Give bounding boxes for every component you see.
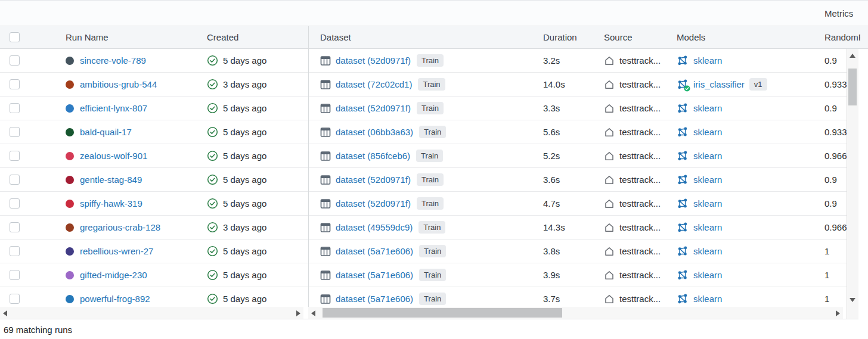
row-checkbox[interactable] (10, 270, 20, 280)
model-link[interactable]: sklearn (693, 103, 722, 113)
vertical-scrollbar-thumb[interactable] (848, 69, 857, 105)
dataset-link[interactable]: dataset (06bb3a63) (336, 127, 413, 137)
model-link[interactable]: sklearn (693, 175, 722, 185)
created-label: 5 days ago (223, 127, 266, 137)
pane-divider (308, 26, 309, 307)
scroll-left-arrow-icon[interactable] (3, 310, 7, 316)
model-link[interactable]: sklearn (693, 222, 722, 232)
table-icon (320, 222, 331, 233)
source-label: testtrack... (619, 79, 661, 89)
scroll-left-arrow-icon[interactable] (311, 310, 315, 316)
run-color-dot (66, 295, 74, 303)
duration-value: 14.3s (543, 216, 565, 239)
home-icon (604, 151, 615, 161)
dataset-link[interactable]: dataset (52d0971f) (336, 103, 411, 113)
model-link[interactable]: sklearn (693, 127, 722, 137)
run-color-dot (66, 104, 74, 113)
run-color-dot (66, 152, 74, 160)
run-name-link[interactable]: zealous-wolf-901 (80, 151, 147, 161)
metric-random-value: 1 (824, 287, 847, 307)
center-pane-horizontal-scrollbar[interactable] (308, 307, 843, 319)
run-name-link[interactable]: bald-quail-17 (80, 127, 132, 137)
run-color-dot (66, 271, 74, 279)
row-checkbox[interactable] (10, 294, 20, 304)
vertical-scrollbar[interactable] (847, 49, 858, 307)
created-label: 5 days ago (223, 294, 266, 304)
column-header-run-name[interactable]: Run Name (66, 32, 108, 42)
row-checkbox[interactable] (10, 103, 20, 113)
run-name-link[interactable]: powerful-frog-892 (80, 294, 150, 304)
dataset-link[interactable]: dataset (856fceb6) (336, 151, 410, 161)
model-link[interactable]: iris_classifier (693, 79, 745, 89)
run-name-link[interactable]: sincere-vole-789 (80, 55, 146, 66)
run-name-link[interactable]: gregarious-crab-128 (80, 222, 160, 232)
rows-container: sincere-vole-789 5 days ago dataset (52d… (0, 49, 847, 307)
model-link[interactable]: sklearn (693, 55, 722, 66)
model-network-icon (677, 245, 689, 257)
run-name-link[interactable]: ambitious-grub-544 (80, 79, 157, 89)
model-link[interactable]: sklearn (693, 294, 722, 304)
dataset-link[interactable]: dataset (72c02cd1) (336, 79, 412, 89)
table-column-header: Run Name Created Dataset Duration Source… (0, 26, 868, 49)
dataset-link[interactable]: dataset (52d0971f) (336, 175, 411, 185)
run-name-link[interactable]: spiffy-hawk-319 (80, 198, 142, 209)
source-label: testtrack... (619, 294, 661, 304)
model-network-icon (677, 293, 689, 305)
created-label: 5 days ago (223, 175, 266, 185)
model-link[interactable]: sklearn (693, 151, 722, 161)
scroll-right-arrow-icon[interactable] (836, 310, 840, 316)
run-name-link[interactable]: rebellious-wren-27 (80, 246, 153, 256)
dataset-context-tag: Train (417, 54, 444, 67)
dataset-link[interactable]: dataset (52d0971f) (336, 55, 411, 66)
row-checkbox[interactable] (10, 55, 20, 66)
column-header-metric-random[interactable]: RandomF (824, 32, 860, 42)
column-header-source[interactable]: Source (604, 32, 633, 42)
dataset-link[interactable]: dataset (5a71e606) (336, 294, 413, 304)
run-name-link[interactable]: gifted-midge-230 (80, 270, 147, 280)
dataset-context-tag: Train (417, 102, 444, 114)
model-link[interactable]: sklearn (693, 270, 722, 280)
dataset-link[interactable]: dataset (49559dc9) (336, 222, 413, 232)
column-header-created[interactable]: Created (207, 32, 238, 42)
left-pane-horizontal-scrollbar[interactable] (0, 307, 303, 319)
check-circle-icon (207, 55, 218, 66)
row-checkbox[interactable] (10, 222, 20, 232)
scroll-up-arrow-icon[interactable] (850, 54, 855, 58)
column-header-duration[interactable]: Duration (543, 32, 577, 42)
dataset-link[interactable]: dataset (5a71e606) (336, 246, 413, 256)
column-header-models[interactable]: Models (677, 32, 705, 42)
row-checkbox[interactable] (10, 79, 20, 89)
run-name-link[interactable]: gentle-stag-849 (80, 175, 142, 185)
dataset-context-tag: Train (418, 221, 445, 234)
check-circle-icon (207, 79, 218, 90)
duration-value: 3.8s (543, 240, 560, 263)
select-all-checkbox[interactable] (10, 32, 20, 42)
model-link[interactable]: sklearn (693, 198, 722, 209)
metric-random-value: 0.9 (824, 97, 847, 120)
row-checkbox[interactable] (10, 175, 20, 185)
horizontal-scrollbar-thumb[interactable] (323, 308, 562, 318)
home-icon (604, 55, 615, 66)
scrollbar-corner (847, 307, 858, 319)
run-name-link[interactable]: efficient-lynx-807 (80, 103, 147, 113)
column-header-dataset[interactable]: Dataset (320, 32, 351, 42)
table-row: powerful-frog-892 5 days ago dataset (5a… (0, 287, 847, 307)
row-checkbox[interactable] (10, 151, 20, 161)
run-color-dot (66, 128, 74, 136)
created-label: 5 days ago (223, 151, 266, 161)
model-link[interactable]: sklearn (693, 246, 722, 256)
scroll-right-arrow-icon[interactable] (296, 310, 300, 316)
duration-value: 4.7s (543, 192, 560, 215)
dataset-link[interactable]: dataset (5a71e606) (336, 270, 413, 280)
row-checkbox[interactable] (10, 246, 20, 256)
model-network-icon (677, 55, 689, 67)
created-label: 5 days ago (223, 55, 266, 66)
model-network-icon (677, 79, 689, 91)
source-label: testtrack... (619, 55, 661, 66)
dataset-link[interactable]: dataset (52d0971f) (336, 198, 411, 209)
scroll-down-arrow-icon[interactable] (850, 298, 855, 302)
row-checkbox[interactable] (10, 198, 20, 209)
source-label: testtrack... (619, 270, 661, 280)
dataset-context-tag: Train (418, 78, 445, 91)
row-checkbox[interactable] (10, 127, 20, 137)
